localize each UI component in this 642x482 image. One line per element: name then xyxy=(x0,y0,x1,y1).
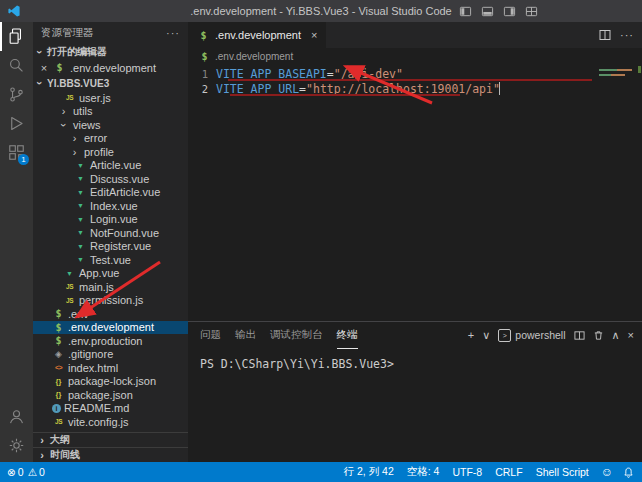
tree-item[interactable]: permission.js xyxy=(33,294,188,308)
tree-item[interactable]: EditArticle.vue xyxy=(33,186,188,200)
tree-item[interactable]: Login.vue xyxy=(33,213,188,227)
close-panel-icon[interactable]: × xyxy=(628,329,634,341)
project-root-header[interactable]: YI.BBS.VUE3 xyxy=(33,75,188,91)
source-control-activity-button[interactable] xyxy=(0,80,33,109)
account-button[interactable] xyxy=(0,402,33,431)
minimap[interactable] xyxy=(596,66,642,136)
tree-item[interactable]: NotFound.vue xyxy=(33,226,188,240)
code-area[interactable]: 1 VITE_APP_BASEAPI = "/api-dev" 2 VITE_A… xyxy=(188,64,642,321)
panel-tab[interactable]: 输出 xyxy=(235,322,256,348)
open-editor-item[interactable]: × .env.development xyxy=(33,60,188,75)
tree-item[interactable]: .env.development xyxy=(33,321,188,335)
sidebar-bottom-sections: 大纲 时间线 xyxy=(33,432,188,462)
chevron-right-icon xyxy=(57,105,70,117)
maximize-panel-icon[interactable]: ∧ xyxy=(612,329,620,342)
tree-item[interactable]: error xyxy=(33,132,188,146)
error-icon: ⊗ xyxy=(7,466,16,478)
code-line[interactable]: 1 VITE_APP_BASEAPI = "/api-dev" xyxy=(188,66,642,81)
extensions-activity-button[interactable]: 1 xyxy=(0,138,33,167)
tree-item[interactable]: .env xyxy=(33,307,188,321)
layout-controls xyxy=(459,5,538,18)
close-icon[interactable]: × xyxy=(311,29,317,41)
customize-layout-icon[interactable] xyxy=(525,5,538,18)
split-editor-icon[interactable] xyxy=(599,29,611,41)
terminal-actions: + ∨ > powershell ∧ × xyxy=(468,322,634,348)
tab-env-development[interactable]: .env.development × xyxy=(188,22,326,48)
status-item[interactable]: 行 2, 列 42 xyxy=(344,465,394,479)
json-icon xyxy=(52,377,65,386)
tree-item-label: App.vue xyxy=(79,267,119,279)
toggle-sidebar-icon[interactable] xyxy=(459,5,472,18)
tree-item[interactable]: .env.production xyxy=(33,334,188,348)
new-terminal-icon[interactable]: + xyxy=(468,329,474,341)
notifications-bell-icon[interactable] xyxy=(623,467,634,478)
run-debug-activity-button[interactable] xyxy=(0,109,33,138)
more-actions-icon[interactable]: ··· xyxy=(620,29,634,41)
sidebar-section-header[interactable]: 时间线 xyxy=(33,447,188,462)
tree-item[interactable]: utils xyxy=(33,105,188,119)
status-item[interactable]: CRLF xyxy=(495,466,522,478)
toggle-secondary-sidebar-icon[interactable] xyxy=(503,5,516,18)
tree-item[interactable]: profile xyxy=(33,145,188,159)
html-icon xyxy=(52,364,65,371)
terminal-prompt: PS D:\CSharp\Yi\Yi.BBS.Vue3> xyxy=(200,357,394,371)
tree-item[interactable]: App.vue xyxy=(33,267,188,281)
tree-item[interactable]: Article.vue xyxy=(33,159,188,173)
open-editors-header[interactable]: 打开的编辑器 xyxy=(33,44,188,60)
warnings-status[interactable]: ⚠ 0 xyxy=(28,466,45,478)
tree-item[interactable]: Index.vue xyxy=(33,199,188,213)
env-file-icon xyxy=(198,51,211,62)
env-var-name: VITE_APP_URL xyxy=(216,82,299,96)
terminal-content[interactable]: PS D:\CSharp\Yi\Yi.BBS.Vue3> xyxy=(188,348,642,371)
tree-item[interactable]: Test.vue xyxy=(33,253,188,267)
chevron-down-icon[interactable]: ∨ xyxy=(482,329,490,342)
tree-item-label: profile xyxy=(84,146,114,158)
js-icon xyxy=(63,297,76,304)
chevron-right-icon xyxy=(37,434,47,446)
tree-item[interactable]: Register.vue xyxy=(33,240,188,254)
tree-item-label: .env.development xyxy=(68,321,154,333)
tree-item-label: .env.production xyxy=(68,335,142,347)
toggle-panel-icon[interactable] xyxy=(481,5,494,18)
tree-item[interactable]: package.json xyxy=(33,388,188,402)
tree-item-label: views xyxy=(73,119,101,131)
chevron-right-icon xyxy=(68,146,81,158)
settings-button[interactable] xyxy=(0,431,33,460)
more-actions-icon[interactable]: ··· xyxy=(166,27,180,39)
minimap-line xyxy=(599,69,632,71)
tree-item[interactable]: vite.config.js xyxy=(33,415,188,429)
tree-item-label: Discuss.vue xyxy=(90,173,149,185)
tree-item[interactable]: views xyxy=(33,118,188,132)
problems-status[interactable]: ⊗ 0 ⚠ 0 xyxy=(0,466,45,478)
minimap-line xyxy=(599,74,625,76)
tree-item[interactable]: README.md xyxy=(33,402,188,416)
tree-item-label: index.html xyxy=(68,362,118,374)
panel-tab[interactable]: 终端 xyxy=(337,322,358,349)
tree-item-label: NotFound.vue xyxy=(90,227,159,239)
editor-tab-bar: .env.development × ··· xyxy=(188,22,642,48)
errors-status[interactable]: ⊗ 0 xyxy=(7,466,24,478)
status-item[interactable]: Shell Script xyxy=(536,466,589,478)
tree-item[interactable]: .gitignore xyxy=(33,348,188,362)
feedback-smiley-icon[interactable]: ☺ xyxy=(601,465,613,479)
explorer-activity-button[interactable] xyxy=(0,22,33,51)
trash-icon[interactable] xyxy=(593,330,604,341)
tree-item[interactable]: user.js xyxy=(33,91,188,105)
tree-item-label: Index.vue xyxy=(90,200,138,212)
status-item[interactable]: 空格: 4 xyxy=(407,465,440,479)
split-terminal-icon[interactable] xyxy=(574,330,585,341)
terminal-shell-selector[interactable]: > powershell xyxy=(498,329,565,342)
tree-item[interactable]: package-lock.json xyxy=(33,375,188,389)
breadcrumb[interactable]: .env.development xyxy=(188,48,642,64)
tree-item[interactable]: index.html xyxy=(33,361,188,375)
tree-item[interactable]: main.js xyxy=(33,280,188,294)
tree-item[interactable]: Discuss.vue xyxy=(33,172,188,186)
panel-tab[interactable]: 问题 xyxy=(200,322,221,348)
search-activity-button[interactable] xyxy=(0,51,33,80)
status-item[interactable]: UTF-8 xyxy=(452,466,482,478)
panel-tab[interactable]: 调试控制台 xyxy=(270,322,323,348)
sidebar-title-row: 资源管理器 ··· xyxy=(33,22,188,44)
code-line[interactable]: 2 VITE_APP_URL = "http://localhost:19001… xyxy=(188,81,642,96)
sidebar-section-header[interactable]: 大纲 xyxy=(33,432,188,447)
close-icon[interactable]: × xyxy=(39,62,49,74)
